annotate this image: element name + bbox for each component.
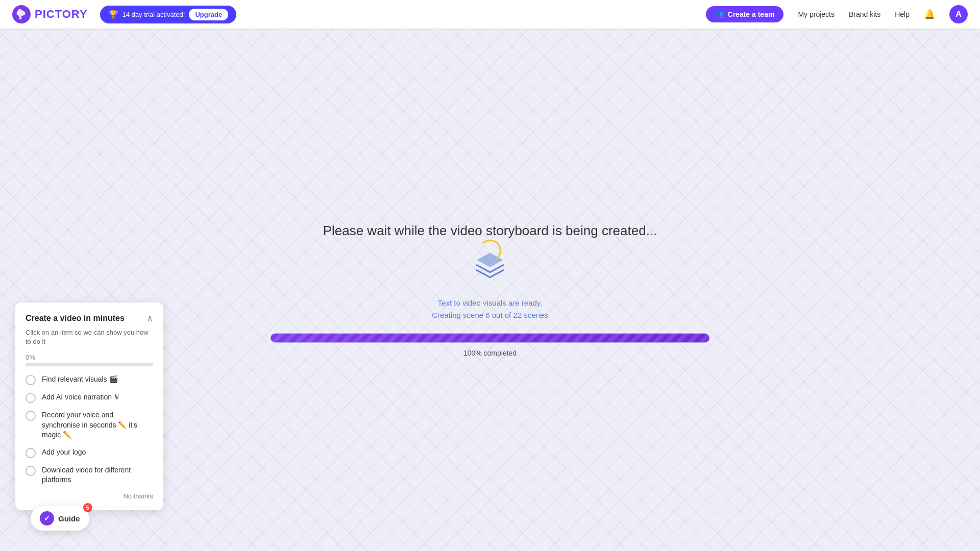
people-icon: 👥 — [715, 10, 724, 18]
guide-item-ai-voice-text: Add AI voice narration 🎙 — [42, 392, 121, 403]
brand-kits-link[interactable]: Brand kits — [849, 10, 880, 18]
notification-bell-icon[interactable]: 🔔 — [924, 9, 935, 20]
guide-panel-header: Create a video in minutes ∧ — [26, 313, 153, 324]
guide-panel-title: Create a video in minutes — [26, 314, 125, 323]
logo-text: PICTORY — [35, 8, 88, 21]
no-thanks-link[interactable]: No thanks — [26, 492, 153, 500]
loading-spinner — [479, 240, 501, 262]
status-line1: Text to video visuals are ready. — [432, 297, 548, 309]
trial-text: 14 day trial activated! — [122, 11, 185, 18]
app-header: PICTORY 🏆 14 day trial activated! Upgrad… — [0, 0, 980, 29]
guide-progress-bar-track — [26, 363, 153, 366]
guide-item-record-voice[interactable]: Record your voice and synchronise in sec… — [26, 410, 153, 440]
status-line2: Creating scene 6 out of 22 scenes — [432, 309, 548, 321]
wait-message: Please wait while the video storyboard i… — [323, 223, 657, 239]
collapse-button[interactable]: ∧ — [146, 313, 153, 324]
progress-bar-track — [271, 334, 709, 343]
guide-item-visuals-text: Find relevant visuals 🎬 — [42, 374, 118, 385]
guide-button-label: Guide — [58, 514, 80, 523]
pictory-logo-icon — [12, 5, 31, 23]
guide-radio-download — [26, 466, 36, 476]
guide-item-logo-text: Add your logo — [42, 447, 86, 458]
trial-badge: 🏆 14 day trial activated! Upgrade — [100, 6, 237, 23]
guide-button-wrapper: ✓ Guide 5 — [15, 516, 74, 541]
guide-radio-visuals — [26, 375, 36, 385]
guide-radio-ai-voice — [26, 393, 36, 403]
status-text: Text to video visuals are ready. Creatin… — [432, 297, 548, 321]
guide-item-download[interactable]: Download video for different platforms — [26, 465, 153, 485]
guide-item-logo[interactable]: Add your logo — [26, 447, 153, 458]
logo: PICTORY — [12, 5, 88, 23]
guide-subtitle: Click on an item so we can show you how … — [26, 328, 153, 346]
guide-item-record-voice-text: Record your voice and synchronise in sec… — [42, 410, 153, 440]
guide-panel: Create a video in minutes ∧ Click on an … — [15, 303, 163, 510]
trophy-icon: 🏆 — [108, 10, 118, 19]
guide-item-download-text: Download video for different platforms — [42, 465, 153, 485]
spinner-wrapper — [474, 251, 506, 285]
avatar[interactable]: A — [949, 5, 968, 23]
upgrade-button[interactable]: Upgrade — [189, 9, 228, 20]
guide-item-ai-voice[interactable]: Add AI voice narration 🎙 — [26, 392, 153, 403]
main-content: Please wait while the video storyboard i… — [0, 29, 980, 551]
guide-radio-record-voice — [26, 411, 36, 421]
create-team-button[interactable]: 👥 Create a team — [706, 6, 784, 22]
my-projects-link[interactable]: My projects — [798, 10, 835, 18]
guide-item-visuals[interactable]: Find relevant visuals 🎬 — [26, 374, 153, 385]
guide-badge-count: 5 — [83, 503, 92, 512]
progress-container: 100% completed — [271, 334, 709, 357]
guide-button[interactable]: ✓ Guide 5 — [31, 506, 89, 531]
loading-panel: Please wait while the video storyboard i… — [271, 223, 709, 357]
checkmark-circle-icon: ✓ — [40, 511, 54, 525]
header-nav: 👥 Create a team My projects Brand kits H… — [706, 5, 968, 23]
guide-radio-logo — [26, 448, 36, 458]
progress-bar-fill — [271, 334, 709, 343]
guide-progress-label: 0% — [26, 354, 153, 361]
help-link[interactable]: Help — [895, 10, 910, 18]
progress-completed-label: 100% completed — [463, 349, 517, 357]
